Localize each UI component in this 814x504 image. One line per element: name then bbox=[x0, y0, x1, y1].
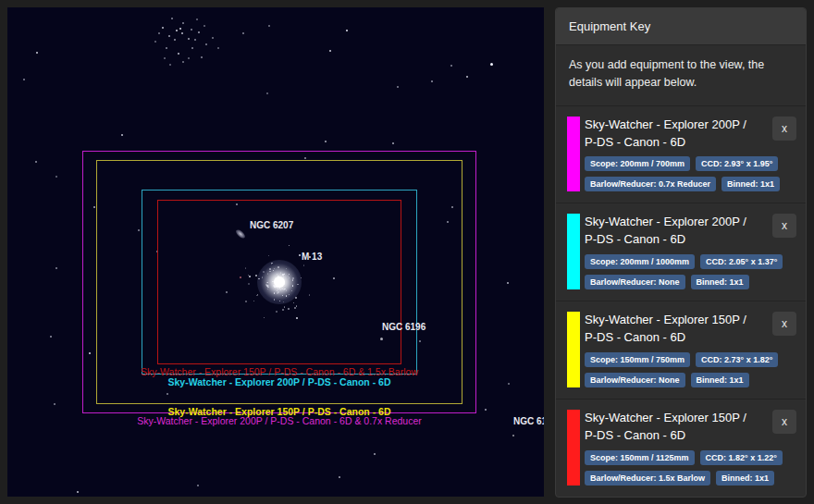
star bbox=[171, 18, 173, 19]
star bbox=[346, 30, 349, 32]
equipment-badge: Scope: 150mm / 750mm bbox=[585, 352, 690, 367]
star bbox=[198, 31, 200, 33]
equipment-title: Sky-Watcher - Explorer 150P / P-DS - Can… bbox=[585, 312, 795, 347]
equipment-badge: Binned: 1x1 bbox=[722, 177, 780, 191]
star bbox=[212, 37, 214, 39]
equipment-badge: Scope: 200mm / 700mm bbox=[585, 156, 690, 171]
star bbox=[164, 57, 166, 59]
equipment-details: Sky-Watcher - Explorer 200P / P-DS - Can… bbox=[585, 214, 795, 289]
star bbox=[512, 435, 515, 437]
equipment-badges: Scope: 200mm / 700mmCCD: 2.93° x 1.95°Ba… bbox=[585, 156, 795, 191]
equipment-badge-row: Scope: 200mm / 1000mmCCD: 2.05° x 1.37° bbox=[585, 254, 795, 269]
equipment-details: Sky-Watcher - Explorer 150P / P-DS - Can… bbox=[585, 312, 795, 387]
star bbox=[182, 22, 184, 24]
star bbox=[36, 52, 38, 54]
star bbox=[466, 76, 468, 78]
star bbox=[56, 176, 57, 178]
remove-equipment-button[interactable]: x bbox=[772, 410, 796, 434]
star bbox=[197, 485, 199, 486]
star bbox=[242, 32, 244, 34]
star bbox=[266, 92, 268, 94]
star bbox=[196, 18, 198, 20]
equipment-item: Sky-Watcher - Explorer 150P / P-DS - Can… bbox=[556, 301, 806, 399]
star bbox=[204, 25, 205, 27]
equipment-key-title: Equipment Key bbox=[569, 19, 650, 33]
equipment-badge: Scope: 200mm / 1000mm bbox=[585, 254, 695, 269]
equipment-title: Sky-Watcher - Explorer 150P / P-DS - Can… bbox=[585, 410, 795, 445]
equipment-details: Sky-Watcher - Explorer 150P / P-DS - Can… bbox=[585, 410, 795, 486]
equipment-key-intro: As you add equipment to the view, the de… bbox=[556, 45, 806, 106]
equipment-badge: Binned: 1x1 bbox=[716, 471, 774, 486]
star bbox=[162, 27, 164, 29]
equipment-badge: Barlow/Reducer: None bbox=[585, 275, 685, 289]
fov-label: Sky-Watcher - Explorer 150P / P-DS - Can… bbox=[11, 406, 544, 417]
equipment-color-swatch bbox=[567, 410, 580, 486]
star bbox=[431, 80, 433, 82]
equipment-title: Sky-Watcher - Explorer 200P / P-DS - Can… bbox=[585, 117, 795, 152]
star bbox=[179, 28, 181, 30]
equipment-color-swatch bbox=[567, 214, 580, 289]
equipment-color-swatch bbox=[567, 117, 580, 192]
equipment-badge: Scope: 150mm / 1125mm bbox=[585, 450, 695, 465]
star bbox=[166, 47, 167, 49]
star bbox=[35, 161, 37, 163]
star bbox=[56, 267, 57, 269]
star bbox=[188, 57, 190, 59]
dso-label: NGC 6181 bbox=[513, 416, 544, 426]
star bbox=[168, 35, 170, 37]
equipment-badge: Binned: 1x1 bbox=[691, 275, 749, 289]
dso-label: NGC 6207 bbox=[250, 220, 293, 230]
fov-label: Sky-Watcher - Explorer 200P / P-DS - Can… bbox=[11, 376, 544, 387]
remove-equipment-button[interactable]: x bbox=[772, 312, 796, 336]
star bbox=[176, 30, 178, 31]
star bbox=[205, 43, 207, 45]
star bbox=[329, 50, 331, 52]
star bbox=[182, 61, 184, 63]
equipment-badge: Barlow/Reducer: 1.5x Barlow bbox=[585, 471, 710, 486]
star bbox=[121, 134, 123, 136]
equipment-badge-row: Scope: 200mm / 700mmCCD: 2.93° x 1.95° bbox=[585, 156, 795, 171]
equipment-title: Sky-Watcher - Explorer 200P / P-DS - Can… bbox=[585, 214, 795, 249]
star bbox=[194, 39, 196, 41]
equipment-badges: Scope: 200mm / 1000mmCCD: 2.05° x 1.37°B… bbox=[585, 254, 795, 289]
star bbox=[178, 53, 179, 55]
star bbox=[77, 491, 79, 493]
equipment-list: Sky-Watcher - Explorer 200P / P-DS - Can… bbox=[556, 106, 806, 497]
star bbox=[325, 141, 327, 142]
star bbox=[490, 63, 493, 66]
star bbox=[217, 47, 219, 49]
star bbox=[54, 403, 56, 405]
star bbox=[397, 86, 399, 88]
fov-label: Sky-Watcher - Explorer 150P / P-DS - Can… bbox=[11, 366, 544, 377]
equipment-badge: Binned: 1x1 bbox=[691, 373, 749, 387]
star bbox=[188, 38, 190, 40]
equipment-details: Sky-Watcher - Explorer 200P / P-DS - Can… bbox=[585, 117, 795, 192]
star bbox=[374, 453, 376, 455]
star-chart[interactable]: Sky-Watcher - Explorer 200P / P-DS - Can… bbox=[7, 7, 544, 497]
equipment-key-panel: Equipment Key As you add equipment to th… bbox=[555, 7, 807, 498]
star bbox=[339, 476, 340, 478]
equipment-badge-row: Scope: 150mm / 1125mmCCD: 1.82° x 1.22° bbox=[585, 450, 795, 465]
star bbox=[268, 25, 270, 27]
dso-label: NGC 6196 bbox=[382, 322, 426, 332]
equipment-badge: Barlow/Reducer: 0.7x Reducer bbox=[585, 177, 716, 191]
remove-equipment-button[interactable]: x bbox=[772, 214, 796, 238]
equipment-item: Sky-Watcher - Explorer 200P / P-DS - Can… bbox=[556, 203, 806, 301]
equipment-badge-row: Barlow/Reducer: 0.7x ReducerBinned: 1x1 bbox=[585, 177, 795, 191]
star bbox=[507, 282, 509, 284]
remove-equipment-button[interactable]: x bbox=[772, 117, 796, 141]
star bbox=[23, 79, 25, 80]
equipment-badge: CCD: 2.93° x 1.95° bbox=[696, 156, 778, 171]
equipment-badge: CCD: 2.73° x 1.82° bbox=[696, 352, 778, 367]
star bbox=[191, 47, 193, 49]
equipment-badge-row: Barlow/Reducer: 1.5x BarlowBinned: 1x1 bbox=[585, 471, 795, 486]
equipment-badge-row: Barlow/Reducer: NoneBinned: 1x1 bbox=[585, 275, 795, 289]
equipment-badge: CCD: 2.05° x 1.37° bbox=[700, 254, 783, 269]
star bbox=[201, 56, 203, 58]
star bbox=[154, 41, 156, 43]
star bbox=[392, 142, 394, 144]
equipment-badges: Scope: 150mm / 750mmCCD: 2.73° x 1.82°Ba… bbox=[585, 352, 795, 387]
star bbox=[174, 39, 176, 41]
star bbox=[181, 32, 183, 34]
equipment-badges: Scope: 150mm / 1125mmCCD: 1.82° x 1.22°B… bbox=[585, 450, 795, 486]
